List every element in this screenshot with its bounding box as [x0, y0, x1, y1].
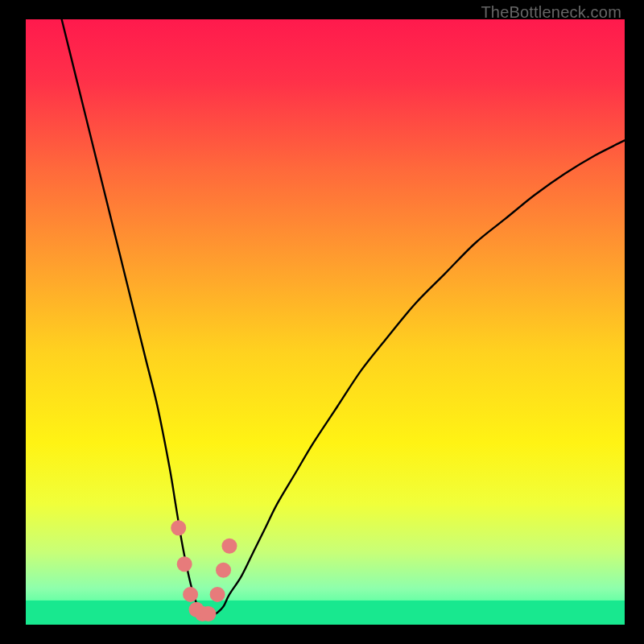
chart-marker: [171, 520, 186, 535]
chart-marker: [210, 587, 225, 602]
chart-frame: TheBottleneck.com: [0, 0, 644, 644]
chart-svg: [26, 19, 625, 625]
chart-marker: [216, 563, 231, 578]
watermark-label: TheBottleneck.com: [481, 3, 621, 22]
plot-area: [26, 19, 625, 625]
chart-marker: [183, 587, 198, 602]
chart-marker: [177, 556, 192, 572]
chart-marker: [200, 606, 216, 621]
chart-background: [26, 19, 625, 625]
chart-bottom-band: [26, 601, 625, 625]
chart-marker: [221, 539, 237, 554]
